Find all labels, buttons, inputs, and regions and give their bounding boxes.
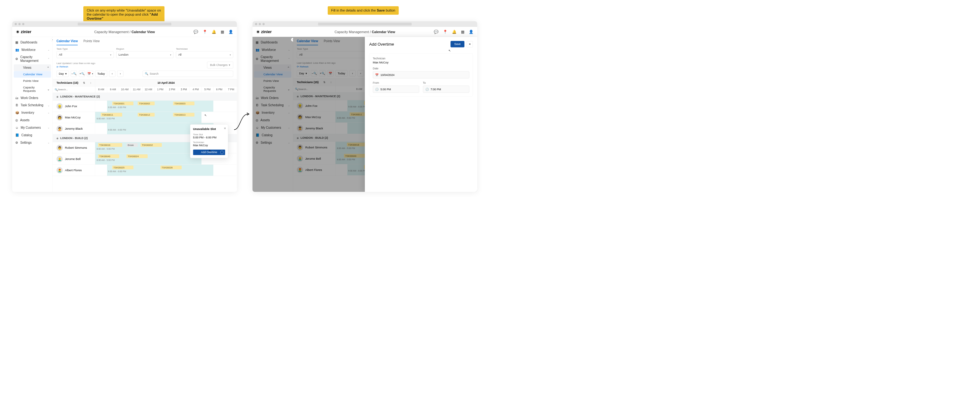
tech-cell[interactable]: 🧑‍🦱Jeremy Black bbox=[293, 123, 336, 134]
window-control-dot[interactable] bbox=[262, 23, 265, 25]
group-header-maintenance[interactable]: ◉LONDON - MAINTENANCE (2) bbox=[53, 93, 237, 101]
tech-cell[interactable]: 👨‍🦰Albert Flores bbox=[293, 165, 336, 176]
task-block[interactable]: TSK00002 bbox=[138, 102, 154, 105]
sidebar-item-workforce[interactable]: 👥Workforce⌄ bbox=[12, 46, 53, 53]
bell-icon[interactable]: 🔔 bbox=[452, 30, 457, 34]
sidebar-item-capacity[interactable]: ⚙Capacity Management⌃ bbox=[253, 53, 293, 64]
tab-points-view[interactable]: Points View bbox=[83, 39, 100, 45]
task-block[interactable]: TSK00001 bbox=[112, 102, 133, 105]
zoom-out-button[interactable]: −🔍 bbox=[71, 70, 77, 77]
close-button[interactable]: ✕ bbox=[466, 41, 473, 47]
date-picker-button[interactable]: 📅 bbox=[328, 70, 334, 77]
tech-cell[interactable]: 👷John Fox bbox=[53, 101, 95, 112]
refresh-button[interactable]: ⟳Refresh bbox=[56, 65, 95, 69]
chat-icon[interactable]: 💬 bbox=[194, 30, 198, 34]
technician-search[interactable]: 🔍 bbox=[53, 86, 95, 93]
technician-search-input[interactable] bbox=[298, 88, 334, 91]
window-control-dot[interactable] bbox=[22, 23, 24, 25]
sidebar-collapse-button[interactable]: ‹ bbox=[51, 38, 53, 42]
task-type-select[interactable]: All▾ bbox=[56, 51, 114, 58]
sidebar-item-work-orders[interactable]: 🗂Work Orders bbox=[253, 94, 293, 102]
next-button[interactable]: › bbox=[117, 70, 124, 77]
refresh-button[interactable]: ⟳Refresh bbox=[297, 65, 336, 68]
technician-select[interactable]: All▾ bbox=[176, 51, 233, 58]
sidebar-item-settings[interactable]: ⚙Settings⌄ bbox=[253, 139, 293, 146]
tech-cell[interactable]: 👷John Fox bbox=[293, 100, 336, 112]
sidebar-collapse-button[interactable]: ‹ bbox=[291, 38, 293, 42]
technician-search[interactable]: 🔍 bbox=[293, 86, 336, 92]
sidebar-item-my-customers[interactable]: ☺My Customers⌄ bbox=[12, 124, 53, 131]
window-control-dot[interactable] bbox=[255, 23, 257, 25]
zoom-in-button[interactable]: +🔍 bbox=[319, 70, 326, 77]
prev-button[interactable]: ‹ bbox=[350, 70, 356, 77]
sidebar-item-task-scheduling[interactable]: 🗓Task Scheduling⌄ bbox=[253, 102, 293, 109]
next-button[interactable]: › bbox=[358, 70, 364, 77]
sidebar-item-capacity-requests[interactable]: Capacity Requests⌄ bbox=[253, 85, 293, 94]
sidebar-item-calendar-view[interactable]: Calendar View bbox=[14, 71, 51, 78]
url-bar[interactable] bbox=[318, 23, 412, 26]
apps-icon[interactable]: ▦ bbox=[221, 30, 224, 34]
tech-cell[interactable]: 👨Robert Simmons bbox=[293, 142, 336, 153]
region-select[interactable]: London▾ bbox=[116, 51, 173, 58]
filter-icon[interactable]: ⇅ bbox=[323, 81, 326, 84]
to-time-input[interactable]: 🕖7:00 PM bbox=[423, 86, 469, 93]
bell-icon[interactable]: 🔔 bbox=[212, 30, 216, 34]
sidebar-item-assets[interactable]: ◎Assets bbox=[12, 117, 53, 124]
tab-calendar-view[interactable]: Calendar View bbox=[297, 39, 318, 45]
sidebar-item-points-view[interactable]: Points View bbox=[253, 78, 293, 85]
location-icon[interactable]: 📍 bbox=[202, 30, 207, 34]
timeline[interactable]: TSK00001 TSK00002 TSK00003 9:00 AM - 6:0… bbox=[95, 101, 237, 112]
timeline[interactable]: TSK00025 TSK00026 9:00 AM - 6:00 PM bbox=[95, 165, 237, 176]
sidebar-item-views[interactable]: Views⌃ bbox=[14, 64, 51, 71]
bulk-changes-button[interactable]: Bulk Changes▾ bbox=[207, 62, 233, 69]
tech-cell[interactable]: 👨‍🦰Albert Flores bbox=[53, 165, 95, 176]
task-block[interactable]: TSK00040 bbox=[98, 154, 119, 158]
technician-search-input[interactable] bbox=[58, 88, 93, 91]
breadcrumb-parent[interactable]: Capacity Management bbox=[94, 30, 129, 34]
window-control-dot[interactable] bbox=[18, 23, 21, 25]
sidebar-item-inventory[interactable]: 📦Inventory⌄ bbox=[253, 109, 293, 117]
calendar-search-input[interactable]: 🔍Search bbox=[143, 70, 233, 77]
date-picker-button[interactable]: 📅▾ bbox=[87, 70, 93, 77]
sidebar-item-catalog[interactable]: 📘Catalog bbox=[253, 131, 293, 139]
zoom-in-button[interactable]: +🔍 bbox=[79, 70, 85, 77]
location-icon[interactable]: 📍 bbox=[443, 30, 447, 34]
tech-cell[interactable]: 🧑Max McCoy bbox=[293, 112, 336, 123]
task-block[interactable]: TSK00026 bbox=[161, 166, 181, 169]
view-mode-select[interactable]: Day▾ bbox=[297, 70, 309, 77]
sidebar-item-catalog[interactable]: 📘Catalog bbox=[12, 131, 53, 139]
task-block[interactable]: TSK00032 bbox=[140, 143, 162, 147]
url-bar[interactable] bbox=[78, 23, 171, 26]
brand-logo[interactable]: ✴ zinier bbox=[256, 29, 272, 35]
task-block[interactable]: TSK00024 bbox=[126, 154, 148, 158]
prev-button[interactable]: ‹ bbox=[109, 70, 116, 77]
tab-calendar-view[interactable]: Calendar View bbox=[56, 39, 78, 45]
sort-icon[interactable]: ↕ bbox=[331, 81, 332, 84]
filter-icon[interactable]: ⇅ bbox=[83, 81, 85, 85]
sidebar-item-views[interactable]: Views⌃ bbox=[254, 64, 291, 71]
close-icon[interactable]: ✕ bbox=[224, 127, 226, 130]
task-block[interactable]: TSK00013 bbox=[173, 113, 194, 117]
sidebar-item-settings[interactable]: ⚙Settings⌄ bbox=[12, 139, 53, 146]
sidebar-item-calendar-view[interactable]: Calendar View bbox=[254, 71, 291, 78]
tab-points-view[interactable]: Points View bbox=[324, 39, 340, 45]
timeline[interactable]: TSK00011 TSK00012 TSK00013 8:00 AM - 5:0… bbox=[95, 112, 237, 123]
user-icon[interactable]: 👤 bbox=[469, 30, 474, 34]
date-input[interactable]: 📅10/04/2024 bbox=[373, 71, 469, 78]
sidebar-item-dashboards[interactable]: ▦Dashboards bbox=[253, 38, 293, 46]
today-button[interactable]: Today bbox=[95, 70, 107, 77]
task-block[interactable]: TSK00003 bbox=[173, 102, 194, 105]
task-block[interactable]: TSK00018 bbox=[98, 143, 122, 147]
apps-icon[interactable]: ▦ bbox=[461, 30, 465, 34]
sort-icon[interactable]: ↕ bbox=[90, 81, 91, 84]
sidebar-item-assets[interactable]: ◎Assets bbox=[253, 117, 293, 124]
tech-cell[interactable]: 🧑Max McCoy bbox=[53, 112, 95, 123]
window-control-dot[interactable] bbox=[15, 23, 17, 25]
sidebar-item-my-customers[interactable]: ☺My Customers⌄ bbox=[253, 124, 293, 131]
sidebar-item-inventory[interactable]: 📦Inventory⌄ bbox=[12, 109, 53, 117]
tech-cell[interactable]: 👨Robert Simmons bbox=[53, 142, 95, 153]
sidebar-item-work-orders[interactable]: 🗂Work Orders bbox=[12, 94, 53, 102]
sidebar-item-workforce[interactable]: 👥Workforce⌄ bbox=[253, 46, 293, 53]
tech-cell[interactable]: 🧑‍🦱Jeremy Black bbox=[53, 123, 95, 134]
window-control-dot[interactable] bbox=[259, 23, 261, 25]
